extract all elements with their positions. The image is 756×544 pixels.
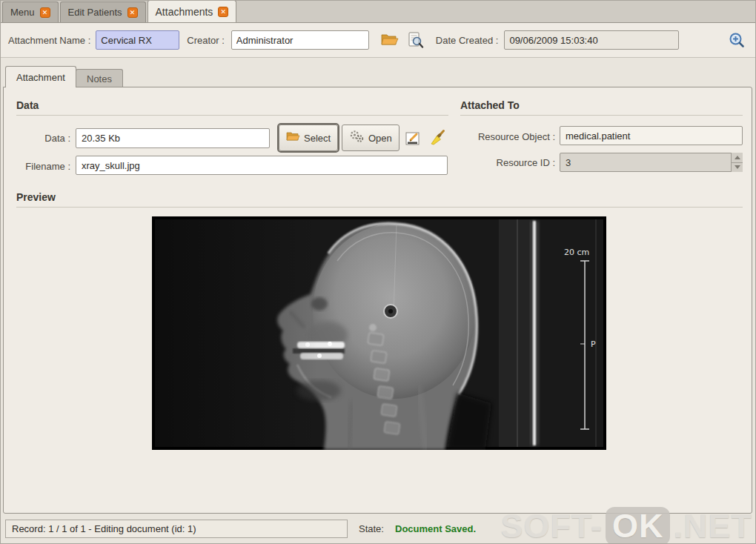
- tab-notes-label: Notes: [87, 73, 112, 84]
- record-status-box: Record: 1 / 1 of 1 - Editing document (i…: [5, 520, 348, 538]
- tab-attachment-label: Attachment: [16, 72, 65, 83]
- watermark-text: .NET: [673, 507, 752, 544]
- open-button-label: Open: [368, 133, 392, 144]
- attachment-name-label: Attachment Name :: [8, 35, 90, 46]
- resource-id-label: Resource ID :: [453, 157, 555, 168]
- zoom-in-icon[interactable]: [726, 29, 748, 51]
- date-created-label: Date Created :: [436, 35, 499, 46]
- tab-edit-patients-label: Edit Patients: [68, 7, 122, 18]
- attachment-name-input[interactable]: [96, 30, 179, 50]
- close-icon[interactable]: ✕: [40, 7, 50, 18]
- open-button[interactable]: Open: [342, 125, 399, 151]
- close-icon[interactable]: ✕: [127, 7, 138, 18]
- data-label: Data :: [11, 133, 70, 144]
- tab-attachments-label: Attachments: [156, 6, 213, 18]
- tab-attachments[interactable]: Attachments ✕: [147, 0, 237, 22]
- creator-label: Creator :: [187, 35, 225, 46]
- resource-id-spinner[interactable]: [560, 153, 743, 172]
- select-button-label: Select: [304, 133, 331, 144]
- spin-down-icon[interactable]: [732, 163, 743, 173]
- preview-section-title: Preview: [16, 191, 56, 203]
- tab-attachment[interactable]: Attachment: [5, 66, 76, 87]
- gears-icon: [349, 130, 365, 146]
- resource-object-label: Resource Object :: [453, 131, 555, 142]
- preview-divider: [16, 207, 743, 208]
- toolbar: Attachment Name : Creator : Date Created…: [1, 23, 755, 58]
- watermark-text: SOFT-: [500, 507, 603, 544]
- record-status-text: Record: 1 / 1 of 1 - Editing document (i…: [12, 523, 196, 534]
- creator-input[interactable]: [231, 30, 369, 50]
- preview-document-icon[interactable]: [405, 29, 427, 51]
- window-tab-strip: Menu ✕ Edit Patients ✕ Attachments ✕: [1, 1, 755, 23]
- attachment-panel: Data Data : Select Open: [3, 87, 752, 514]
- tab-notes[interactable]: Notes: [76, 69, 123, 87]
- xray-posterior-label: P: [591, 339, 596, 349]
- date-created-input[interactable]: [504, 30, 679, 50]
- tab-menu[interactable]: Menu ✕: [2, 1, 59, 22]
- filename-input[interactable]: [76, 156, 448, 175]
- select-button[interactable]: Select: [279, 125, 338, 151]
- open-folder-icon[interactable]: [378, 29, 400, 51]
- watermark: SOFT- OK .NET: [500, 507, 752, 544]
- attached-to-section-title: Attached To: [460, 99, 520, 111]
- tab-menu-label: Menu: [10, 7, 35, 18]
- data-size-input[interactable]: [76, 128, 270, 148]
- spin-up-icon[interactable]: [732, 153, 743, 163]
- state-label: State:: [359, 523, 384, 534]
- data-section-title: Data: [16, 99, 39, 111]
- resource-object-input[interactable]: [560, 126, 743, 145]
- tab-edit-patients[interactable]: Edit Patients ✕: [60, 1, 146, 22]
- clear-brush-icon[interactable]: [426, 126, 448, 148]
- close-icon[interactable]: ✕: [218, 7, 228, 17]
- watermark-chip: OK: [606, 507, 671, 544]
- spinner-buttons[interactable]: [731, 153, 743, 172]
- resource-id-input[interactable]: [560, 153, 743, 172]
- filename-label: Filename :: [11, 161, 70, 172]
- data-section-divider: [16, 115, 448, 116]
- edit-document-icon[interactable]: [402, 127, 424, 150]
- folder-icon: [286, 131, 300, 145]
- xray-preview-image: 20 cm P: [152, 216, 606, 450]
- application-window: Menu ✕ Edit Patients ✕ Attachments ✕ Att…: [0, 0, 756, 544]
- state-value: Document Saved.: [395, 523, 476, 534]
- xray-scale-label: 20 cm: [564, 248, 589, 257]
- attached-to-divider: [460, 115, 743, 116]
